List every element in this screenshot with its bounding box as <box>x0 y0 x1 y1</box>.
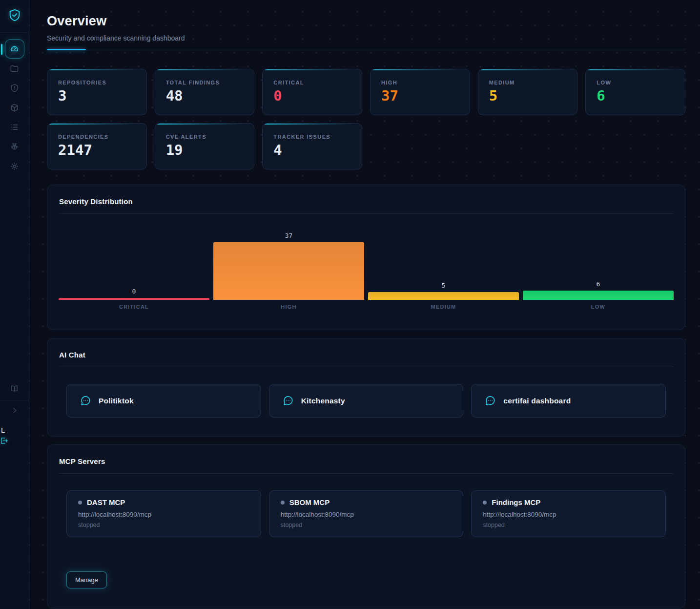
mcp-servers-panel: MCP Servers DAST MCPhttp://localhost:809… <box>47 444 685 609</box>
card-top-accent <box>478 69 577 70</box>
bar-medium <box>368 292 519 300</box>
sidebar: L <box>0 0 29 609</box>
ai-chat-panel: AI Chat PolitiktokKitchenastycertifai da… <box>47 338 685 437</box>
stat-value: 3 <box>58 89 136 103</box>
stat-card-repositories: REPOSITORIES3 <box>47 69 147 115</box>
stat-value: 6 <box>597 89 674 103</box>
stat-value: 0 <box>273 89 351 103</box>
server-status-dot <box>483 501 487 504</box>
stat-label: MEDIUM <box>489 80 567 85</box>
stat-card-dependencies: DEPENDENCIES2147 <box>47 123 147 169</box>
docs-button[interactable] <box>0 380 29 398</box>
chat-bubble-icon <box>80 395 91 406</box>
server-url: http://localhost:8090/mcp <box>78 511 249 518</box>
stat-card-medium: MEDIUM5 <box>478 69 578 115</box>
card-top-accent <box>371 69 470 70</box>
stat-label: HIGH <box>381 80 459 85</box>
chat-bubble-icon <box>485 395 496 406</box>
ai-chat-title: AI Chat <box>47 338 685 359</box>
stat-label: CRITICAL <box>273 80 351 85</box>
server-url: http://localhost:8090/mcp <box>281 511 452 518</box>
bar-high <box>213 242 364 300</box>
ai-chat-card-kitchenasty[interactable]: Kitchenasty <box>269 384 464 418</box>
card-top-accent <box>586 69 685 70</box>
mcp-server-cards: DAST MCPhttp://localhost:8090/mcpstopped… <box>47 474 685 556</box>
sidebar-footer: L <box>0 380 29 446</box>
bar-value-label: 0 <box>132 288 136 295</box>
list-icon <box>10 123 19 132</box>
stat-label: TOTAL FINDINGS <box>166 80 244 85</box>
stat-value: 2147 <box>58 143 136 157</box>
card-top-accent <box>263 69 362 70</box>
stats-grid: REPOSITORIES3TOTAL FINDINGS48CRITICAL0HI… <box>47 69 685 169</box>
card-top-accent <box>155 69 254 70</box>
sidebar-item-dependencies[interactable] <box>5 98 24 117</box>
server-status: stopped <box>281 522 452 528</box>
chart-column-medium: 5MEDIUM <box>368 219 519 323</box>
sidebar-divider <box>0 400 29 400</box>
chevron-right-icon <box>10 406 19 416</box>
bar-value-label: 6 <box>597 280 600 288</box>
page-subtitle: Security and compliance scanning dashboa… <box>47 34 685 42</box>
ai-chat-label: Kitchenasty <box>301 397 345 405</box>
sidebar-item-settings[interactable] <box>5 156 24 176</box>
server-name: SBOM MCP <box>289 498 330 506</box>
active-item-indicator <box>1 44 2 55</box>
ai-chat-cards: PolitiktokKitchenastycertifai dashboard <box>47 367 685 436</box>
server-url: http://localhost:8090/mcp <box>483 511 654 518</box>
bug-icon <box>10 142 19 151</box>
gauge-icon <box>10 44 19 54</box>
category-label: CRITICAL <box>59 304 209 323</box>
logout-icon <box>0 439 8 446</box>
sidebar-item-repositories[interactable] <box>5 59 24 78</box>
stat-card-total-findings: TOTAL FINDINGS48 <box>155 69 255 115</box>
stat-label: DEPENDENCIES <box>58 134 136 140</box>
stat-value: 19 <box>166 143 244 157</box>
server-name: DAST MCP <box>87 498 125 506</box>
category-label: LOW <box>523 304 674 323</box>
stat-label: CVE ALERTS <box>166 134 244 140</box>
gear-icon <box>10 162 19 171</box>
bar-value-label: 5 <box>442 282 446 289</box>
sidebar-nav <box>0 39 29 176</box>
mcp-server-card-findings-mcp: Findings MCPhttp://localhost:8090/mcpsto… <box>471 490 666 537</box>
severity-bar-chart: 0CRITICAL37HIGH5MEDIUM6LOW <box>47 214 685 330</box>
server-status: stopped <box>483 522 654 528</box>
chart-column-low: 6LOW <box>523 219 674 323</box>
card-top-accent <box>47 69 146 70</box>
sidebar-item-vulnerabilities[interactable] <box>5 137 24 156</box>
stat-value: 37 <box>381 89 459 103</box>
folder-icon <box>10 64 19 73</box>
chat-bubble-icon <box>283 395 294 406</box>
chart-column-critical: 0CRITICAL <box>59 219 209 323</box>
stat-value: 4 <box>273 143 351 157</box>
ai-chat-card-certifai-dashboard[interactable]: certifai dashboard <box>471 384 666 418</box>
mcp-servers-title: MCP Servers <box>47 445 685 465</box>
card-top-accent <box>47 124 146 125</box>
manage-button[interactable]: Manage <box>66 571 107 588</box>
main-content: Overview Security and compliance scannin… <box>29 0 700 609</box>
bar-low <box>523 291 674 300</box>
server-status-dot <box>78 501 82 504</box>
chart-column-high: 37HIGH <box>213 219 364 323</box>
stat-value: 48 <box>166 89 244 103</box>
severity-panel-title: Severity Distribution <box>47 185 685 206</box>
sidebar-item-dashboard[interactable] <box>5 39 24 59</box>
book-icon <box>10 384 19 394</box>
sidebar-item-findings[interactable] <box>5 78 24 98</box>
stat-card-cve-alerts: CVE ALERTS19 <box>155 123 255 169</box>
ai-chat-label: Politiktok <box>99 397 134 405</box>
logout-button[interactable] <box>0 437 8 446</box>
stat-label: REPOSITORIES <box>58 80 136 85</box>
stat-label: LOW <box>597 80 674 85</box>
expand-sidebar-button[interactable] <box>0 402 29 420</box>
shield-check-icon <box>8 8 21 24</box>
severity-distribution-panel: Severity Distribution 0CRITICAL37HIGH5ME… <box>47 185 685 330</box>
ai-chat-card-politiktok[interactable]: Politiktok <box>66 384 261 418</box>
mcp-server-card-sbom-mcp: SBOM MCPhttp://localhost:8090/mcpstopped <box>269 490 464 537</box>
stat-card-critical: CRITICAL0 <box>262 69 362 115</box>
server-status: stopped <box>78 522 249 528</box>
sidebar-item-issues[interactable] <box>5 117 24 137</box>
mcp-server-card-dast-mcp: DAST MCPhttp://localhost:8090/mcpstopped <box>66 490 261 537</box>
stat-card-tracker-issues: TRACKER ISSUES4 <box>262 123 362 169</box>
